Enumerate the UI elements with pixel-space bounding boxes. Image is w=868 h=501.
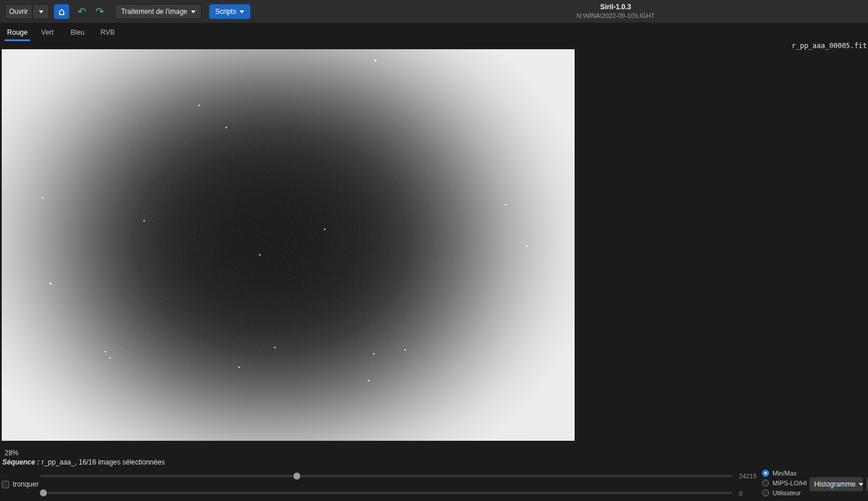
- image-processing-menu-button[interactable]: Traitement de l'image: [115, 4, 202, 19]
- tab-label: Vert: [41, 28, 53, 36]
- scaling-mode-group: Min/Max MIPS-LO/HI Utilisateur: [762, 469, 807, 497]
- radio-icon: [762, 489, 769, 496]
- sequence-label: Séquence :: [2, 458, 39, 466]
- sequence-value: r_pp_aaa_, 16/16 images sélectionnées: [42, 458, 165, 466]
- truncate-option[interactable]: tronquer: [2, 480, 39, 488]
- window-title: Siril-1.0.3: [576, 3, 654, 11]
- truncate-checkbox[interactable]: [2, 481, 9, 488]
- siril-window: Ouvrir ⌂ ↶ ↷ Traitement de l'image Scrip…: [0, 0, 868, 501]
- tab-label: Rouge: [7, 28, 27, 36]
- radio-selected-icon: [762, 470, 769, 477]
- radio-utilisateur[interactable]: Utilisateur: [762, 489, 807, 497]
- chevron-down-icon: [39, 10, 43, 13]
- toolbar-buttons: Ouvrir ⌂ ↶ ↷ Traitement de l'image Scrip…: [5, 4, 251, 19]
- undo-icon: ↶: [78, 6, 86, 17]
- scripts-label: Scripts: [215, 8, 237, 16]
- image-processing-label: Traitement de l'image: [121, 8, 187, 16]
- chevron-down-icon: [859, 483, 863, 486]
- tab-bleu[interactable]: Bleu: [62, 24, 93, 41]
- redo-button[interactable]: ↷: [91, 4, 109, 19]
- window-title-area: Siril-1.0.3 N:\NINA\2022-09-10\LIGHT: [576, 3, 654, 19]
- zoom-level: 28%: [5, 449, 19, 457]
- display-mode-button[interactable]: Histogramme: [809, 477, 863, 492]
- slider-track: [41, 475, 733, 477]
- channel-tab-bar: Rouge Vert Bleu RVB: [2, 24, 123, 41]
- high-threshold-value: 24215: [739, 473, 757, 480]
- home-icon: ⌂: [58, 6, 65, 17]
- low-threshold-value: 0: [739, 490, 742, 497]
- scripts-menu-button[interactable]: Scripts: [209, 4, 251, 19]
- tab-rvb[interactable]: RVB: [93, 24, 123, 41]
- partial-button[interactable]: [866, 477, 868, 492]
- tab-label: Bleu: [71, 28, 84, 36]
- radio-minmax[interactable]: Min/Max: [762, 469, 807, 477]
- open-split-button: Ouvrir: [5, 4, 49, 19]
- film-grain-overlay: [2, 49, 575, 441]
- radio-mips-lo-hi[interactable]: MIPS-LO/HI: [762, 479, 807, 487]
- low-threshold-slider[interactable]: [41, 487, 733, 499]
- slider-track: [41, 492, 733, 494]
- high-threshold-slider[interactable]: [41, 470, 733, 482]
- truncate-label: tronquer: [13, 480, 39, 488]
- undo-button[interactable]: ↶: [73, 4, 91, 19]
- radio-label: Min/Max: [773, 470, 797, 477]
- radio-icon: [762, 480, 769, 487]
- header-bar: Ouvrir ⌂ ↶ ↷ Traitement de l'image Scrip…: [0, 0, 868, 23]
- chevron-down-icon: [191, 10, 196, 13]
- tab-rouge[interactable]: Rouge: [2, 24, 32, 41]
- home-button[interactable]: ⌂: [54, 4, 69, 19]
- working-directory-path: N:\NINA\2022-09-10\LIGHT: [576, 12, 654, 19]
- sequence-info: Séquence :r_pp_aaa_, 16/16 images sélect…: [2, 458, 165, 466]
- open-button[interactable]: Ouvrir: [5, 4, 32, 19]
- chevron-down-icon: [240, 10, 244, 13]
- tab-label: RVB: [101, 28, 115, 36]
- image-filename: r_pp_aaa_00005.fit: [792, 42, 867, 50]
- tab-vert[interactable]: Vert: [32, 24, 62, 41]
- redo-icon: ↷: [95, 6, 104, 17]
- radio-label: MIPS-LO/HI: [773, 480, 807, 487]
- slider-handle[interactable]: [39, 489, 47, 497]
- open-recent-dropdown-button[interactable]: [32, 4, 49, 19]
- slider-handle[interactable]: [293, 472, 301, 480]
- radio-label: Utilisateur: [773, 489, 801, 496]
- fits-image-canvas[interactable]: [2, 49, 575, 441]
- display-mode-label: Histogramme: [814, 480, 855, 488]
